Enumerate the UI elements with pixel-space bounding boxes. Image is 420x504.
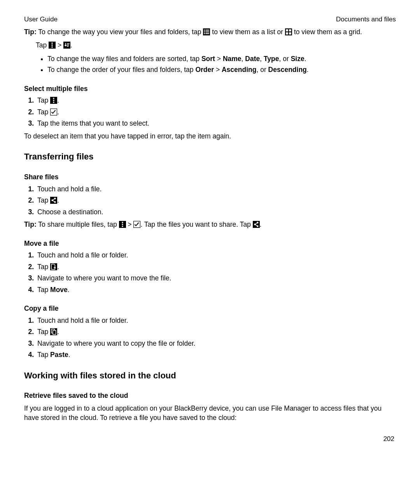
tap-sort-line: Tap > . <box>36 40 396 50</box>
b1-size: Size <box>291 55 304 63</box>
share-step-3: Choose a destination. <box>36 207 396 217</box>
sel1-text: Tap <box>37 96 50 104</box>
more-icon <box>50 97 57 104</box>
copy4-c: . <box>68 351 70 359</box>
dot: . <box>70 41 72 49</box>
checkbox-icon <box>133 221 140 228</box>
gt-sep: > <box>58 41 61 49</box>
share-tip-a: To share multiple files, tap <box>37 220 119 228</box>
share-step-2: Tap . <box>36 196 396 205</box>
heading-copy: Copy a file <box>24 304 396 313</box>
move4-b: Move <box>50 286 68 294</box>
bullet-sort: To change the way files and folders are … <box>47 54 396 64</box>
b2-dot: . <box>307 66 309 74</box>
b2-gt: > <box>214 66 222 74</box>
b2-a: To change the order of your files and fo… <box>47 66 195 74</box>
copy2-text: Tap <box>37 328 50 336</box>
b1-a: To change the way files and folders are … <box>47 55 201 63</box>
copy-step-4: Tap Paste. <box>36 350 396 360</box>
sel1-dot: . <box>57 96 59 104</box>
share2-dot: . <box>57 196 59 204</box>
move4-c: . <box>68 286 70 294</box>
heading-select-multiple: Select multiple files <box>24 84 396 94</box>
b1-c1: , <box>242 55 245 63</box>
b1-dot: . <box>304 55 306 63</box>
copy-step-2: Tap . <box>36 327 396 337</box>
copy-step-1: Touch and hold a file or folder. <box>36 316 396 326</box>
heading-cloud: Working with files stored in the cloud <box>24 370 396 382</box>
sort-icon <box>63 42 70 49</box>
copy4-b: Paste <box>50 351 68 359</box>
b1-c3: , or <box>279 55 291 63</box>
b2-asc: Ascending <box>222 66 256 74</box>
share-step-1: Touch and hold a file. <box>36 184 396 194</box>
deselect-note: To deselect an item that you have tapped… <box>24 131 396 141</box>
tip-view-modes: Tip: To change the way you view your fil… <box>24 27 396 37</box>
copy-icon <box>50 328 57 335</box>
move-step-1: Touch and hold a file or folder. <box>36 250 396 260</box>
tap-text: Tap <box>36 41 49 49</box>
b2-desc: Descending <box>268 66 307 74</box>
heading-retrieve-cloud: Retrieve files saved to the cloud <box>24 391 396 401</box>
tip-text-c: to view them as a grid. <box>292 28 362 36</box>
move2-text: Tap <box>37 263 50 271</box>
move-icon <box>50 263 57 270</box>
copy2-dot: . <box>57 328 59 336</box>
b1-gt: > <box>215 55 223 63</box>
heading-transferring: Transferring files <box>24 151 396 163</box>
tip-text-b: to view them as a list or <box>210 28 285 36</box>
share-tip-b: . Tap the files you want to share. Tap <box>140 220 252 228</box>
move4-a: Tap <box>37 286 50 294</box>
more-icon <box>49 42 56 49</box>
share-tip-dot: . <box>260 220 262 228</box>
tip-text-a: To change the way you view your files an… <box>37 28 203 36</box>
b1-sort: Sort <box>201 55 215 63</box>
move-step-4: Tap Move. <box>36 285 396 295</box>
share-tip-label: Tip: <box>24 220 37 228</box>
more-icon <box>119 221 126 228</box>
copy-step-3: Navigate to where you want to copy the f… <box>36 339 396 348</box>
share2-text: Tap <box>37 196 50 204</box>
sel-step-2: Tap . <box>36 107 396 117</box>
b2-order: Order <box>195 66 214 74</box>
share-tip: Tip: To share multiple files, tap > . Ta… <box>24 220 396 229</box>
b1-name: Name <box>223 55 242 63</box>
header-right: Documents and files <box>336 15 396 24</box>
move-step-3: Navigate to where you want to move the f… <box>36 273 396 283</box>
b1-type: Type <box>264 55 279 63</box>
sel-step-1: Tap . <box>36 96 396 105</box>
b1-date: Date <box>245 55 260 63</box>
share-icon <box>253 221 260 228</box>
list-view-icon <box>203 28 210 35</box>
share-icon <box>50 197 57 204</box>
copy4-a: Tap <box>37 351 50 359</box>
bullet-order: To change the order of your files and fo… <box>47 65 396 75</box>
b1-c2: , <box>260 55 264 63</box>
grid-view-icon <box>285 28 292 35</box>
b2-c1: , or <box>256 66 268 74</box>
header-left: User Guide <box>24 15 58 24</box>
page-number: 202 <box>24 434 396 444</box>
sel2-dot: . <box>57 108 59 116</box>
heading-move: Move a file <box>24 239 396 248</box>
cloud-paragraph: If you are logged in to a cloud applicat… <box>24 404 396 423</box>
move2-dot: . <box>57 263 59 271</box>
tip-label: Tip: <box>24 28 37 36</box>
sel2-text: Tap <box>37 108 50 116</box>
checkbox-icon <box>50 108 57 116</box>
move-step-2: Tap . <box>36 262 396 272</box>
sel-step-3: Tap the items that you want to select. <box>36 119 396 128</box>
share-tip-gt: > <box>126 220 134 228</box>
heading-share: Share files <box>24 172 396 182</box>
